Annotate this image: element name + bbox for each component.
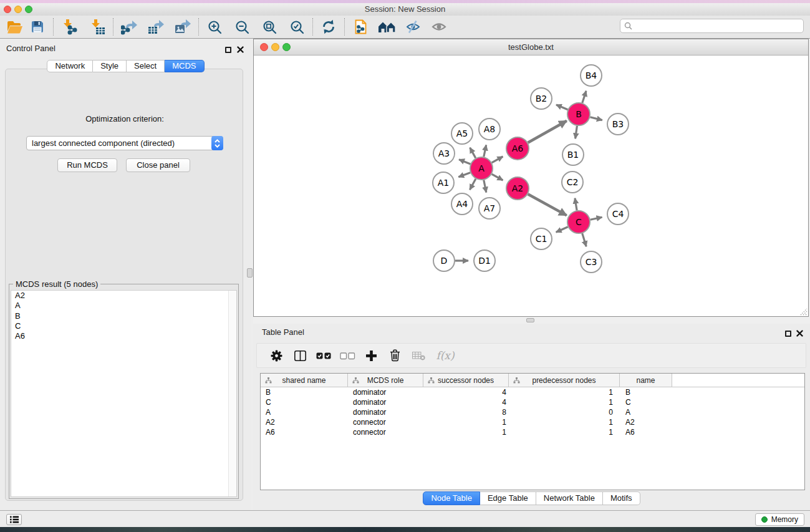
toggle-panels-icon[interactable] <box>375 17 398 36</box>
task-history-list-icon[interactable] <box>6 514 22 525</box>
edge-C-C2[interactable] <box>575 198 577 211</box>
window-resize-grip[interactable] <box>799 307 808 316</box>
node-B4[interactable]: B4 <box>581 65 602 86</box>
vertical-splitter-handle[interactable] <box>247 268 253 278</box>
zoom-in-icon[interactable] <box>203 17 226 36</box>
network-window-titlebar[interactable]: testGlobe.txt <box>254 39 808 56</box>
float-table-panel-icon[interactable] <box>785 328 791 339</box>
node-B[interactable]: B <box>567 103 590 125</box>
edge-A-A2[interactable] <box>492 174 503 180</box>
edge-A-A6[interactable] <box>492 157 503 163</box>
column-header-shared-name[interactable]: shared name <box>261 374 348 387</box>
node-B1[interactable]: B1 <box>562 144 584 165</box>
close-view-button[interactable] <box>260 43 268 51</box>
node-A5[interactable]: A5 <box>451 123 473 144</box>
tab-network-table[interactable]: Network Table <box>536 491 603 505</box>
zoom-view-button[interactable] <box>282 43 291 51</box>
tab-style[interactable]: Style <box>93 60 127 72</box>
search-field[interactable] <box>620 19 804 33</box>
optimization-criterion-select[interactable]: largest connected component (directed) <box>26 136 223 150</box>
tab-edge-table[interactable]: Edge Table <box>480 491 536 505</box>
import-table-icon[interactable] <box>86 17 108 36</box>
edge-B-B1[interactable] <box>576 126 577 138</box>
hide-selected-eye-slash-icon[interactable] <box>402 17 424 36</box>
node-C2[interactable]: C2 <box>562 172 583 193</box>
edge-A-A5[interactable] <box>470 148 476 158</box>
tab-network[interactable]: Network <box>47 60 93 72</box>
table-row[interactable]: Bdominator41B <box>261 387 804 397</box>
edge-C-C4[interactable] <box>591 217 602 220</box>
scrollbar-track[interactable] <box>228 291 236 496</box>
node-B3[interactable]: B3 <box>607 114 629 135</box>
close-panel-icon[interactable] <box>237 44 244 56</box>
edge-A-A4[interactable] <box>470 179 476 190</box>
deselect-all-icon[interactable] <box>338 346 357 365</box>
node-A3[interactable]: A3 <box>433 143 455 164</box>
minimize-window-button[interactable] <box>14 6 22 13</box>
zoom-fit-icon[interactable] <box>258 17 281 36</box>
result-item[interactable]: A6 <box>11 331 236 341</box>
node-A1[interactable]: A1 <box>433 172 454 193</box>
run-mcds-button[interactable]: Run MCDS <box>57 158 117 172</box>
zoom-selected-icon[interactable] <box>286 17 308 36</box>
edge-A6-B[interactable] <box>528 121 567 143</box>
close-panel-button[interactable]: Close panel <box>126 158 190 172</box>
delete-trash-icon[interactable] <box>385 346 404 365</box>
table-row[interactable]: Cdominator41C <box>261 397 804 407</box>
export-image-icon[interactable] <box>171 17 194 36</box>
node-C3[interactable]: C3 <box>581 251 602 273</box>
save-session-icon[interactable] <box>26 17 49 36</box>
tab-motifs[interactable]: Motifs <box>603 491 640 505</box>
add-column-icon[interactable] <box>362 346 380 365</box>
horizontal-splitter-handle[interactable] <box>526 318 534 322</box>
zoom-window-button[interactable] <box>25 6 32 13</box>
delete-table-icon[interactable] <box>409 346 428 365</box>
table-row[interactable]: A6connector11A6 <box>261 427 804 437</box>
node-A6[interactable]: A6 <box>506 137 529 160</box>
edge-A-A1[interactable] <box>458 173 470 177</box>
node-B2[interactable]: B2 <box>531 88 552 109</box>
node-C4[interactable]: C4 <box>607 203 629 225</box>
result-item[interactable]: B <box>11 311 236 321</box>
node-A8[interactable]: A8 <box>479 118 500 140</box>
split-view-icon[interactable] <box>291 346 309 365</box>
export-table-icon[interactable] <box>145 17 167 36</box>
node-C1[interactable]: C1 <box>531 228 552 249</box>
node-D1[interactable]: D1 <box>474 250 495 271</box>
edge-C-C3[interactable] <box>582 233 587 246</box>
edge-B-B3[interactable] <box>590 117 602 120</box>
select-all-icon[interactable] <box>314 346 333 365</box>
minimize-view-button[interactable] <box>271 43 279 51</box>
node-A4[interactable]: A4 <box>451 193 473 215</box>
node-C[interactable]: C <box>567 211 590 233</box>
close-window-button[interactable] <box>4 6 11 13</box>
result-item[interactable]: A2 <box>11 291 236 301</box>
node-A[interactable]: A <box>470 157 493 180</box>
result-item[interactable]: A <box>11 301 236 311</box>
tab-select[interactable]: Select <box>127 60 165 72</box>
edge-A-A8[interactable] <box>484 145 486 157</box>
close-table-panel-icon[interactable] <box>796 328 803 339</box>
edge-C-C1[interactable] <box>556 227 568 233</box>
node-D[interactable]: D <box>433 250 455 271</box>
memory-button[interactable]: Memory <box>755 513 804 526</box>
float-panel-icon[interactable] <box>225 44 231 56</box>
column-header-predecessor-nodes[interactable]: predecessor nodes <box>509 374 620 387</box>
column-header-name[interactable]: name <box>620 374 672 387</box>
node-A7[interactable]: A7 <box>479 198 500 219</box>
zoom-out-icon[interactable] <box>231 17 253 36</box>
export-network-icon[interactable] <box>118 17 140 36</box>
import-network-icon[interactable] <box>58 17 80 36</box>
tab-mcds[interactable]: MCDS <box>165 60 204 72</box>
column-header-successor-nodes[interactable]: successor nodes <box>423 374 509 387</box>
show-all-eye-icon[interactable] <box>428 17 450 36</box>
open-session-icon[interactable] <box>4 17 26 36</box>
node-A2[interactable]: A2 <box>506 177 529 200</box>
tab-node-table[interactable]: Node Table <box>423 491 480 505</box>
table-row[interactable]: A2connector11A2 <box>261 417 804 427</box>
new-network-from-selection-icon[interactable] <box>349 17 372 36</box>
edge-B-B2[interactable] <box>556 105 568 110</box>
function-builder-icon[interactable]: f(x) <box>433 346 458 365</box>
settings-gear-icon[interactable] <box>267 346 286 365</box>
search-input[interactable] <box>635 20 803 32</box>
